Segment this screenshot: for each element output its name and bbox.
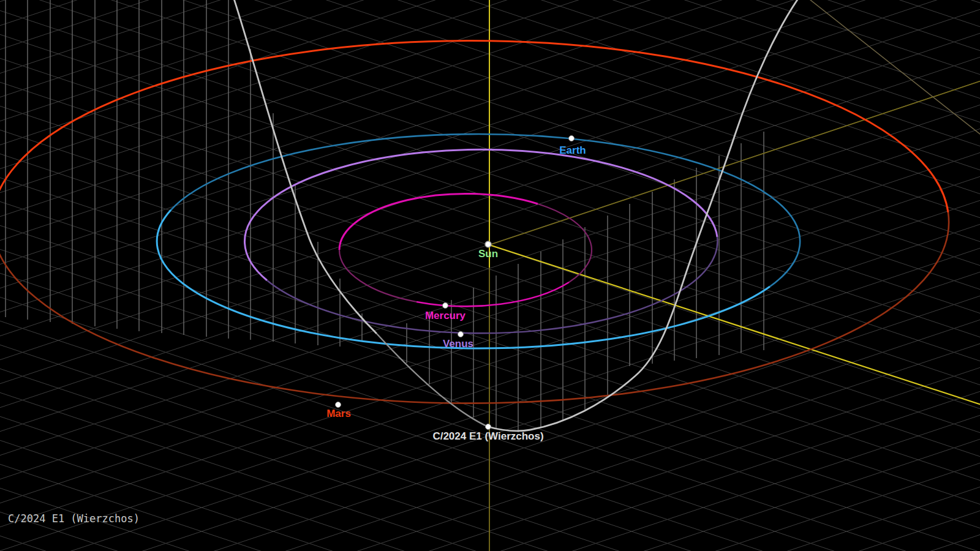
body-markers (336, 136, 575, 430)
orbit-scene: Sun Mercury Venus Earth Mars C/2024 E1 (… (0, 0, 980, 551)
comet-label[interactable]: C/2024 E1 (Wierzchos) (432, 430, 543, 442)
info-object-name: C/2024 E1 (Wierzchos) (8, 510, 159, 528)
planet-orbits (0, 41, 949, 403)
orbit-viewer-canvas[interactable]: Sun Mercury Venus Earth Mars C/2024 E1 (… (0, 0, 980, 551)
comet-trajectory-outbound-bright (488, 0, 801, 431)
mercury-dot[interactable] (443, 303, 448, 309)
mars-dot[interactable] (336, 402, 341, 408)
sun-dot[interactable] (485, 241, 491, 247)
mars-label[interactable]: Mars (326, 408, 351, 419)
comet-dot[interactable] (486, 424, 491, 430)
mercury-orbit-bright-top (339, 193, 538, 250)
info-panel: C/2024 E1 (Wierzchos) Earth Distance: 1.… (8, 475, 159, 551)
trajectory-shadow-line (804, 0, 980, 137)
venus-dot[interactable] (458, 332, 464, 337)
earth-label[interactable]: Earth (559, 144, 586, 156)
sun-label[interactable]: Sun (478, 248, 498, 260)
mercury-label[interactable]: Mercury (425, 310, 466, 321)
earth-dot[interactable] (569, 136, 575, 141)
earth-orbit-bright (157, 210, 770, 348)
comet-trajectory (233, 0, 801, 431)
anti-equinox-ray (489, 80, 980, 245)
earth-orbit-dim (171, 134, 800, 287)
venus-label[interactable]: Venus (443, 338, 473, 350)
venus-orbit-bright (244, 149, 717, 280)
